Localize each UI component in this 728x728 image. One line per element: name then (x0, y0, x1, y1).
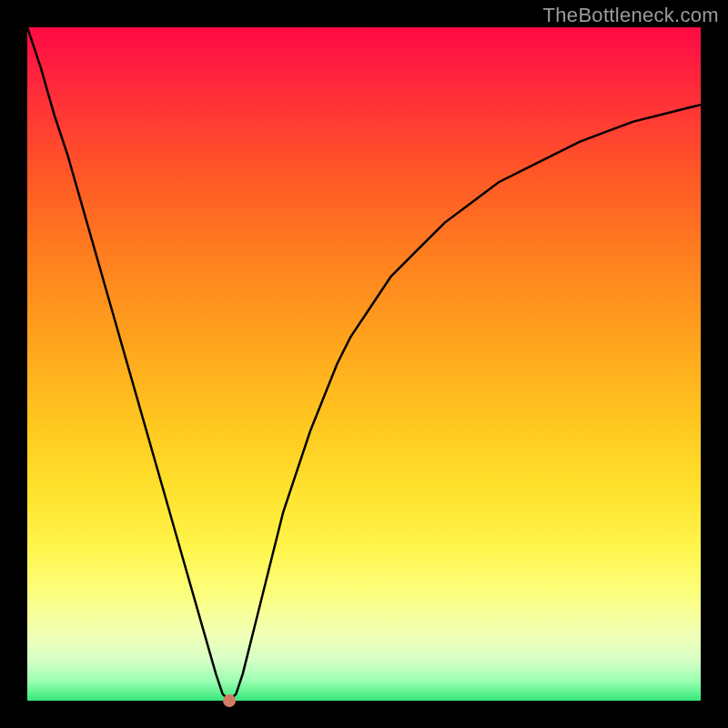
minimum-marker (223, 694, 236, 707)
chart-frame: TheBottleneck.com (0, 0, 728, 728)
watermark-text: TheBottleneck.com (543, 4, 719, 27)
plot-area (27, 27, 701, 701)
bottleneck-curve (27, 27, 701, 701)
curve-line (27, 27, 701, 701)
